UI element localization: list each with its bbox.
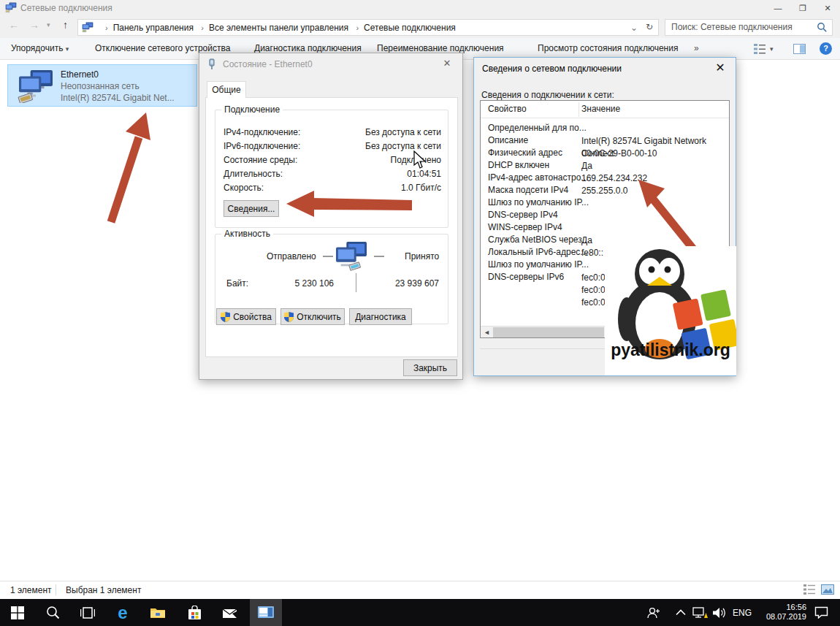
- preview-pane-icon[interactable]: [793, 44, 806, 56]
- taskbar: e ENG 16:56 08.07.2019: [0, 599, 840, 626]
- tray-people-icon[interactable]: [646, 599, 661, 626]
- help-icon[interactable]: ?: [820, 42, 832, 55]
- refresh-icon[interactable]: ↻: [646, 22, 653, 32]
- address-dropdown-icon[interactable]: ⌄: [630, 23, 638, 33]
- disable-button[interactable]: Отключить: [280, 308, 345, 325]
- breadcrumb: ›Панель управления ›Все элементы панели …: [100, 23, 456, 33]
- bytes-received-value: 23 939 607: [384, 278, 439, 289]
- connection-item-text: Ethernet0 Неопознанная сеть Intel(R) 825…: [61, 69, 175, 104]
- tray-date: 08.07.2019: [758, 612, 806, 622]
- search-placeholder: Поиск: Сетевые подключения: [671, 22, 793, 32]
- details-dialog-titlebar: Сведения о сетевом подключении ✕: [474, 58, 736, 80]
- breadcrumb-item-network-connections[interactable]: Сетевые подключения: [364, 23, 456, 33]
- tab-general[interactable]: Общие: [207, 81, 246, 98]
- group-connection-label: Подключение: [221, 104, 283, 115]
- recent-pages-chevron-icon[interactable]: ▾: [47, 21, 50, 28]
- address-row: ← → ▾ ↑ ›Панель управления ›Все элементы…: [0, 17, 840, 38]
- selected-count: Выбран 1 элемент: [66, 585, 141, 595]
- back-button[interactable]: ←: [9, 19, 19, 31]
- organize-caret-icon: ▾: [66, 45, 69, 53]
- address-bar[interactable]: ›Панель управления ›Все элементы панели …: [77, 19, 659, 36]
- penguin-windows-logo: pyatilistnik.org: [605, 246, 736, 375]
- diagnose-button[interactable]: Диагностика: [349, 308, 412, 325]
- scroll-left-icon[interactable]: ◄: [481, 327, 493, 338]
- close-button[interactable]: ✕: [815, 0, 840, 17]
- bytes-divider: [356, 273, 356, 292]
- tray-volume-icon[interactable]: [712, 599, 727, 626]
- tray-language-indicator[interactable]: ENG: [733, 599, 752, 626]
- column-divider[interactable]: [579, 102, 579, 117]
- mouse-cursor: [413, 150, 427, 169]
- close-dialog-button[interactable]: Закрыть: [403, 359, 457, 376]
- uac-shield-icon: [221, 312, 230, 322]
- details-button[interactable]: Сведения...: [224, 200, 279, 217]
- details-view-icon[interactable]: [754, 44, 765, 56]
- task-view-icon[interactable]: [72, 599, 104, 626]
- search-input[interactable]: Поиск: Сетевые подключения: [665, 19, 833, 36]
- sent-dash: [323, 256, 333, 257]
- table-row: Определенный для по...: [481, 123, 729, 135]
- file-explorer-icon[interactable]: [142, 599, 174, 626]
- bytes-label: Байт:: [226, 278, 248, 289]
- start-button[interactable]: [1, 599, 34, 626]
- views-caret-icon[interactable]: ▾: [770, 45, 774, 53]
- column-value[interactable]: Значение: [581, 104, 620, 114]
- network-connections-app-icon: [5, 2, 17, 15]
- forward-button[interactable]: →: [29, 19, 39, 31]
- taskbar-search-icon[interactable]: [37, 599, 69, 626]
- table-row: DHCP включенДа: [481, 160, 729, 172]
- statusbar-divider: [56, 584, 56, 595]
- details-subtitle: Сведения о подключении к сети:: [481, 90, 614, 100]
- desktop-screen: Сетевые подключения — ❐ ✕ ← → ▾ ↑ ›Панел…: [0, 0, 840, 626]
- scrollbar-thumb[interactable]: [493, 327, 604, 337]
- items-count: 1 элемент: [10, 585, 52, 595]
- up-button[interactable]: ↑: [63, 19, 68, 31]
- explorer-titlebar: Сетевые подключения — ❐ ✕: [0, 0, 840, 17]
- network-connection-item-ethernet0[interactable]: Ethernet0 Неопознанная сеть Intel(R) 825…: [7, 64, 197, 107]
- tray-chevron-up-icon[interactable]: [676, 599, 686, 626]
- toolbar-item-diagnose[interactable]: Диагностика подключения: [254, 43, 362, 53]
- restore-button[interactable]: ❐: [790, 0, 815, 17]
- annotation-arrow-to-ipv4-address: [630, 174, 706, 256]
- table-row: ОписаниеIntel(R) 82574L Gigabit Network …: [481, 135, 729, 148]
- toolbar-item-view-status[interactable]: Просмотр состояния подключения: [538, 43, 678, 53]
- annotation-arrow-to-ethernet0: [95, 108, 162, 228]
- status-dialog-panel: Подключение IPv4-подключение:Без доступа…: [205, 97, 458, 357]
- toolbar-overflow-chevron[interactable]: »: [694, 43, 699, 53]
- watermark-text: pyatilistnik.org: [611, 340, 730, 359]
- search-icon[interactable]: [817, 22, 828, 38]
- column-property[interactable]: Свойство: [488, 104, 527, 114]
- location-icon: [82, 22, 93, 35]
- microsoft-store-icon[interactable]: [178, 599, 210, 626]
- properties-button[interactable]: Свойства: [216, 308, 276, 325]
- received-label: Принято: [405, 251, 439, 262]
- breadcrumb-item-control-panel[interactable]: Панель управления: [113, 23, 194, 33]
- mail-icon[interactable]: [213, 599, 245, 626]
- row-duration-value: 01:04:51: [407, 169, 441, 179]
- minimize-button[interactable]: —: [765, 0, 790, 17]
- row-duration-label: Длительность:: [224, 169, 283, 179]
- organize-menu[interactable]: Упорядочить ▾: [11, 43, 69, 53]
- tray-clock[interactable]: 16:56 08.07.2019: [758, 603, 806, 626]
- network-connections-taskbar-icon[interactable]: [250, 599, 282, 626]
- list-view-icon[interactable]: [803, 584, 815, 597]
- action-center-icon[interactable]: [814, 599, 828, 626]
- connection-name: Ethernet0: [61, 69, 175, 80]
- row-ipv4-label: IPv4-подключение:: [224, 127, 300, 137]
- thumbnail-view-icon[interactable]: [821, 584, 834, 597]
- edge-browser-icon[interactable]: e: [107, 599, 139, 626]
- toolbar-item-disable-device[interactable]: Отключение сетевого устройства: [95, 43, 230, 53]
- explorer-statusbar: 1 элемент Выбран 1 элемент: [0, 581, 840, 599]
- sent-label: Отправлено: [267, 251, 316, 262]
- breadcrumb-item-all-items[interactable]: Все элементы панели управления: [209, 23, 348, 33]
- toolbar-item-rename[interactable]: Переименование подключения: [377, 43, 504, 53]
- row-ipv6-value: Без доступа к сети: [365, 141, 441, 151]
- table-row: Физический адрес00-0C-29-B0-00-10: [481, 148, 729, 160]
- details-dialog-close-icon[interactable]: ✕: [705, 58, 736, 78]
- uac-shield-icon: [284, 312, 294, 322]
- status-dialog-close-icon[interactable]: ✕: [432, 53, 462, 74]
- breadcrumb-chevron-icon: ›: [351, 23, 364, 32]
- window-title: Сетевые подключения: [20, 3, 112, 13]
- tray-network-warning-icon[interactable]: [692, 599, 709, 626]
- row-speed-label: Скорость:: [224, 183, 264, 193]
